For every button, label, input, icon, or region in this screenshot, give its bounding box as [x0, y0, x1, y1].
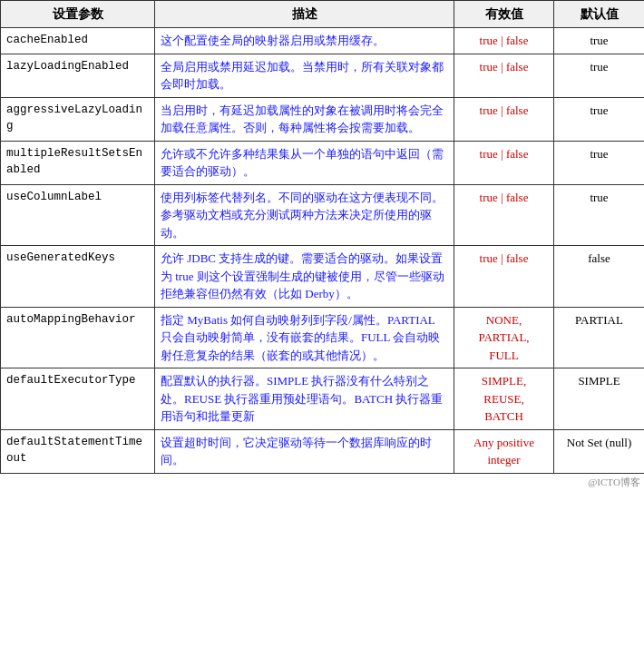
param-desc-1: 全局启用或禁用延迟加载。当禁用时，所有关联对象都会即时加载。 — [155, 54, 454, 97]
param-desc-7: 配置默认的执行器。SIMPLE 执行器没有什么特别之处。REUSE 执行器重用预… — [155, 368, 454, 430]
param-valid-7: SIMPLE,REUSE,BATCH — [454, 368, 554, 430]
param-valid-1: true | false — [454, 54, 554, 97]
param-valid-0: true | false — [454, 28, 554, 54]
param-desc-3: 允许或不允许多种结果集从一个单独的语句中返回（需要适合的驱动）。 — [155, 141, 454, 184]
param-name-4: useColumnLabel — [1, 184, 155, 246]
param-default-0: true — [554, 28, 645, 54]
param-valid-5: true | false — [454, 246, 554, 308]
param-name-3: multipleResultSetsEnabled — [1, 141, 155, 184]
param-desc-4: 使用列标签代替列名。不同的驱动在这方便表现不同。参考驱动文档或充分测试两种方法来… — [155, 184, 454, 246]
param-valid-4: true | false — [454, 184, 554, 246]
param-name-2: aggressiveLazyLoading — [1, 97, 155, 141]
param-name-0: cacheEnabled — [1, 28, 155, 54]
param-default-2: true — [554, 97, 645, 141]
param-valid-8: Any positive integer — [454, 429, 554, 473]
param-desc-2: 当启用时，有延迟加载属性的对象在被调用时将会完全加载任意属性。否则，每种属性将会… — [155, 97, 454, 141]
param-valid-2: true | false — [454, 97, 554, 141]
param-name-1: lazyLoadingEnabled — [1, 54, 155, 97]
param-name-7: defaultExecutorType — [1, 368, 155, 430]
param-desc-0: 这个配置使全局的映射器启用或禁用缓存。 — [155, 28, 454, 54]
param-default-5: false — [554, 246, 645, 308]
param-default-6: PARTIAL — [554, 307, 645, 368]
param-desc-6: 指定 MyBatis 如何自动映射列到字段/属性。PARTIAL 只会自动映射简… — [155, 307, 454, 368]
param-default-7: SIMPLE — [554, 368, 645, 430]
param-default-8: Not Set (null) — [554, 429, 645, 473]
param-name-6: autoMappingBehavior — [1, 307, 155, 368]
watermark: @ICTО博客 — [0, 474, 644, 491]
param-desc-8: 设置超时时间，它决定驱动等待一个数据库响应的时间。 — [155, 429, 454, 473]
param-desc-5: 允许 JDBC 支持生成的键。需要适合的驱动。如果设置为 true 则这个设置强… — [155, 246, 454, 308]
header-desc: 描述 — [155, 1, 454, 28]
param-valid-6: NONE,PARTIAL,FULL — [454, 307, 554, 368]
param-default-1: true — [554, 54, 645, 97]
header-name: 设置参数 — [1, 1, 155, 28]
param-default-3: true — [554, 141, 645, 184]
param-valid-3: true | false — [454, 141, 554, 184]
param-name-8: defaultStatementTimeout — [1, 429, 155, 473]
header-default: 默认值 — [554, 1, 645, 28]
param-default-4: true — [554, 184, 645, 246]
header-valid: 有效值 — [454, 1, 554, 28]
param-name-5: useGeneratedKeys — [1, 246, 155, 308]
